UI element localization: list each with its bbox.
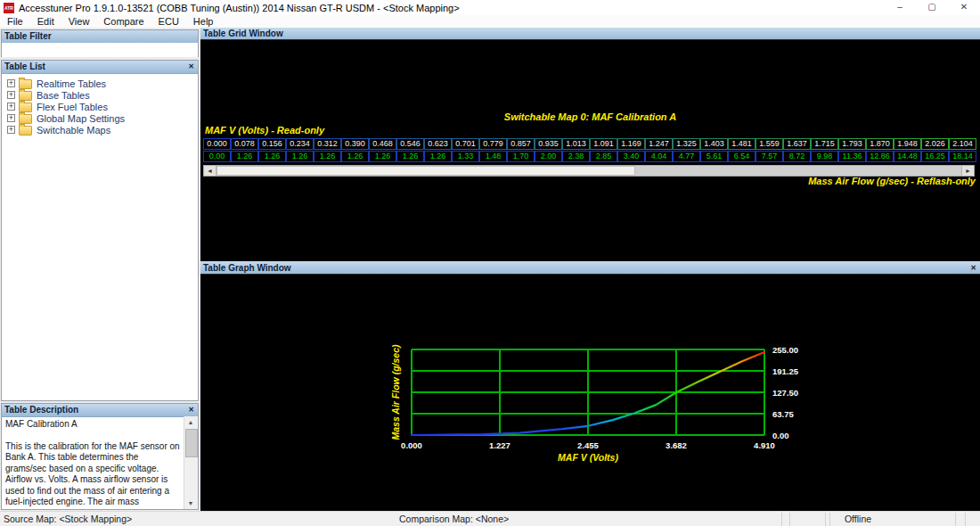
grid-cell-flow[interactable]: 2.38 <box>562 151 590 162</box>
grid-cell-volts[interactable]: 1.870 <box>866 138 894 150</box>
grid-cell-volts[interactable]: 1.325 <box>673 138 700 150</box>
grid-cell-volts[interactable]: 0.234 <box>286 138 314 150</box>
grid-cell-flow[interactable]: 9.98 <box>811 151 838 162</box>
grid-cell-flow[interactable]: 5.61 <box>700 151 728 162</box>
menu-item-edit[interactable]: Edit <box>30 15 61 28</box>
grid-cell-volts[interactable]: 0.623 <box>424 138 452 150</box>
x-tick-label: 4.910 <box>754 440 775 450</box>
scroll-up-icon[interactable]: ▲ <box>184 416 197 428</box>
grid-cell-flow[interactable]: 8.72 <box>783 151 811 162</box>
grid-cell-flow[interactable]: 7.57 <box>755 151 783 162</box>
grid-cell-volts[interactable]: 0.935 <box>535 138 562 150</box>
grid-cell-volts[interactable]: 1.091 <box>590 138 617 150</box>
grid-cell-volts[interactable]: 0.779 <box>479 138 507 150</box>
menu-item-help[interactable]: Help <box>186 15 221 28</box>
description-scrollbar-thumb[interactable] <box>185 429 198 457</box>
grid-cell-flow[interactable]: 1.48 <box>479 151 507 162</box>
grid-cell-volts[interactable]: 0.000 <box>203 138 231 150</box>
tree-item-base-tables[interactable]: +Base Tables <box>7 89 198 101</box>
expand-icon[interactable]: + <box>7 103 15 111</box>
grid-cell-volts[interactable]: 2.026 <box>921 138 949 150</box>
minimize-icon[interactable]: – <box>884 0 916 15</box>
grid-h-scrollbar-thumb[interactable] <box>216 166 635 176</box>
grid-cell-volts[interactable]: 0.156 <box>258 138 286 150</box>
grid-cell-flow[interactable]: 12.86 <box>866 151 894 162</box>
grid-cell-volts[interactable]: 1.559 <box>755 138 783 150</box>
table-graph-window-header: Table Graph Window ✕ <box>200 261 980 275</box>
description-paragraph: This is the calibration for the MAF sens… <box>5 441 181 510</box>
tree-item-flex-fuel-tables[interactable]: +Flex Fuel Tables <box>7 101 198 112</box>
grid-cell-volts[interactable]: 1.481 <box>728 138 755 150</box>
grid-cell-flow[interactable]: 6.54 <box>728 151 755 162</box>
grid-cell-flow[interactable]: 11.36 <box>838 151 866 162</box>
grid-y-axis-label: Mass Air Flow (g/sec) - Reflash-only <box>808 176 976 186</box>
grid-cell-volts[interactable]: 0.857 <box>507 138 535 150</box>
expand-icon[interactable]: + <box>7 114 15 122</box>
grid-cell-flow[interactable]: 2.85 <box>590 151 617 162</box>
grid-cell-flow[interactable]: 18.14 <box>949 151 976 162</box>
window-controls: – ▢ ✕ <box>884 0 980 15</box>
status-bar: Source Map: <Stock Mapping> Comparison M… <box>0 511 980 526</box>
grid-cell-flow[interactable]: 1.26 <box>341 151 369 162</box>
grid-cell-flow[interactable]: 1.26 <box>286 151 314 162</box>
scroll-left-icon[interactable]: ◄ <box>204 166 216 176</box>
grid-cell-flow[interactable]: 4.77 <box>673 151 700 162</box>
grid-cell-flow[interactable]: 1.26 <box>396 151 424 162</box>
tree-item-switchable-maps[interactable]: +Switchable Maps <box>7 124 198 136</box>
folder-icon <box>19 114 32 124</box>
description-scrollbar[interactable]: ▲ ▼ <box>184 416 198 509</box>
grid-cell-flow[interactable]: 1.26 <box>258 151 286 162</box>
grid-cell-volts[interactable]: 2.104 <box>949 138 976 150</box>
grid-cell-volts[interactable]: 1.637 <box>783 138 811 150</box>
menu-item-compare[interactable]: Compare <box>96 15 151 28</box>
grid-cell-flow[interactable]: 1.70 <box>507 151 535 162</box>
grid-cell-volts[interactable]: 0.078 <box>231 138 258 150</box>
close-icon[interactable]: ✕ <box>948 0 980 15</box>
menu-item-view[interactable]: View <box>61 15 97 28</box>
folder-icon <box>19 91 32 101</box>
menu-item-ecu[interactable]: ECU <box>151 15 186 28</box>
expand-icon[interactable]: + <box>7 91 15 99</box>
expand-icon[interactable]: + <box>7 79 15 87</box>
table-graph-window-title: Table Graph Window <box>203 263 291 273</box>
scroll-right-icon[interactable]: ► <box>961 166 974 176</box>
grid-cell-flow[interactable]: 16.25 <box>921 151 949 162</box>
grid-cell-volts[interactable]: 1.013 <box>562 138 590 150</box>
scroll-down-icon[interactable]: ▼ <box>184 497 197 509</box>
grid-cell-volts[interactable]: 1.169 <box>617 138 645 150</box>
grid-cell-flow[interactable]: 1.33 <box>452 151 479 162</box>
table-grid-window-body: Switchable Map 0: MAF Calibration A MAF … <box>200 40 980 261</box>
close-icon[interactable]: ✕ <box>970 261 976 275</box>
grid-cell-flow[interactable]: 2.00 <box>535 151 562 162</box>
grid-cell-flow[interactable]: 1.26 <box>314 151 341 162</box>
grid-cell-volts[interactable]: 1.247 <box>645 138 673 150</box>
grid-cell-volts[interactable]: 0.546 <box>396 138 424 150</box>
table-filter-input[interactable] <box>2 43 198 57</box>
tree-item-global-map-settings[interactable]: +Global Map Settings <box>7 112 198 124</box>
grid-cell-flow[interactable]: 4.04 <box>645 151 673 162</box>
grid-cell-volts[interactable]: 1.403 <box>700 138 728 150</box>
maximize-icon[interactable]: ▢ <box>916 0 948 15</box>
grid-cell-volts[interactable]: 0.701 <box>452 138 479 150</box>
grid-cell-volts[interactable]: 1.948 <box>894 138 921 150</box>
grid-row-flow: 0.001.261.261.261.261.261.261.261.261.33… <box>203 151 976 162</box>
grid-cell-volts[interactable]: 0.312 <box>314 138 341 150</box>
close-icon[interactable]: ✕ <box>188 61 194 73</box>
grid-cell-flow[interactable]: 1.26 <box>231 151 258 162</box>
grid-cell-flow[interactable]: 1.26 <box>369 151 396 162</box>
tree-item-realtime-tables[interactable]: +Realtime Tables <box>7 78 198 89</box>
grid-cell-volts[interactable]: 1.793 <box>838 138 866 150</box>
grid-cell-flow[interactable]: 0.00 <box>203 151 231 162</box>
grid-cell-volts[interactable]: 1.715 <box>811 138 838 150</box>
close-icon[interactable]: ✕ <box>188 404 194 416</box>
grid-cell-flow[interactable]: 1.26 <box>424 151 452 162</box>
tree-item-label: Global Map Settings <box>37 113 125 124</box>
grid-cell-volts[interactable]: 0.468 <box>369 138 396 150</box>
menu-item-file[interactable]: File <box>0 15 30 28</box>
folder-icon <box>19 126 32 136</box>
grid-cell-flow[interactable]: 3.40 <box>617 151 645 162</box>
expand-icon[interactable]: + <box>7 126 15 134</box>
y-tick-label: 0.00 <box>772 431 789 440</box>
grid-cell-volts[interactable]: 0.390 <box>341 138 369 150</box>
grid-cell-flow[interactable]: 14.48 <box>894 151 921 162</box>
